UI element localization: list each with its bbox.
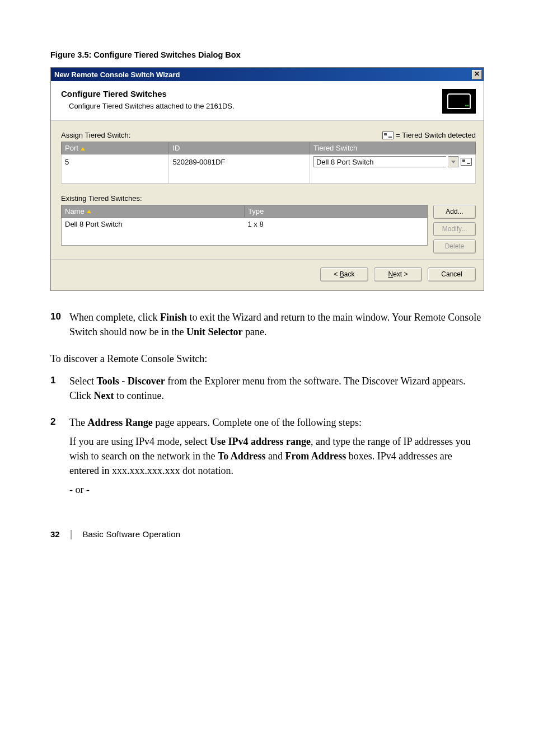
page-footer: 32 | Basic Software Operation bbox=[50, 528, 484, 540]
footer-section-label: Basic Software Operation bbox=[82, 529, 180, 539]
step-number: 10 bbox=[50, 310, 69, 344]
cell-port: 5 bbox=[62, 154, 169, 170]
back-pre: < bbox=[334, 270, 339, 278]
window-title: New Remote Console Switch Wizard bbox=[54, 71, 180, 79]
sort-asc-icon bbox=[81, 147, 85, 151]
back-mnemonic: B bbox=[340, 270, 344, 278]
dialog-header: Configure Tiered Switches Configure Tier… bbox=[51, 81, 484, 121]
cell-name: Dell 8 Port Switch bbox=[62, 217, 245, 245]
tiered-switch-value: Dell 8 Port Switch bbox=[313, 156, 446, 167]
col-port[interactable]: Port bbox=[62, 142, 169, 154]
step-10-text: When complete, click Finish to exit the … bbox=[69, 310, 484, 344]
col-name-label: Name bbox=[65, 207, 85, 215]
footer-separator: | bbox=[70, 528, 73, 540]
assign-label: Assign Tiered Switch: bbox=[61, 131, 130, 139]
col-port-label: Port bbox=[65, 144, 78, 152]
cell-tiered-switch: Dell 8 Port Switch bbox=[310, 154, 475, 170]
add-button[interactable]: Add... bbox=[433, 205, 476, 219]
titlebar: New Remote Console Switch Wizard ✕ bbox=[51, 68, 484, 81]
dialog-footer: < Back Next > Cancel bbox=[51, 259, 484, 290]
legend-text: = Tiered Switch detected bbox=[396, 131, 476, 139]
back-button[interactable]: < Back bbox=[320, 267, 368, 281]
step-number: 1 bbox=[50, 374, 69, 407]
close-button[interactable]: ✕ bbox=[472, 70, 482, 79]
existing-label: Existing Tiered Switches: bbox=[61, 194, 476, 203]
table-empty-area bbox=[62, 169, 476, 184]
delete-button: Delete bbox=[433, 240, 476, 253]
step-2-text: The Address Range page appears. Complete… bbox=[69, 415, 484, 501]
cell-type: 1 x 8 bbox=[245, 217, 428, 245]
col-id[interactable]: ID bbox=[169, 142, 310, 154]
cell-id: 520289-0081DF bbox=[169, 154, 310, 170]
table-row[interactable]: Dell 8 Port Switch 1 x 8 bbox=[62, 217, 428, 245]
back-post: ack bbox=[344, 270, 355, 278]
col-name[interactable]: Name bbox=[62, 205, 245, 217]
figure-caption: Figure 3.5: Configure Tiered Switches Di… bbox=[50, 50, 484, 59]
tiered-switch-detected-icon bbox=[461, 158, 472, 166]
col-type[interactable]: Type bbox=[245, 205, 428, 217]
table-row: 5 520289-0081DF Dell 8 Port Switch bbox=[62, 154, 476, 170]
next-post: ext > bbox=[393, 270, 407, 278]
step-number: 2 bbox=[50, 415, 69, 501]
tiered-switch-dropdown[interactable] bbox=[448, 156, 458, 167]
dialog-heading: Configure Tiered Switches bbox=[61, 89, 235, 98]
existing-table: Name Type Dell 8 Port Switch 1 x 8 bbox=[61, 205, 428, 246]
tiered-switch-icon bbox=[382, 132, 394, 139]
step-1-text: Select Tools - Discover from the Explore… bbox=[69, 374, 484, 407]
next-mnemonic: N bbox=[388, 270, 393, 278]
page-number: 32 bbox=[50, 529, 60, 539]
col-tiered-switch[interactable]: Tiered Switch bbox=[310, 142, 475, 154]
cancel-button[interactable]: Cancel bbox=[428, 267, 476, 281]
modify-button: Modify... bbox=[433, 222, 476, 236]
wizard-dialog: New Remote Console Switch Wizard ✕ Confi… bbox=[50, 67, 484, 291]
wizard-logo-icon bbox=[442, 89, 476, 114]
sort-asc-icon bbox=[87, 210, 91, 213]
next-button[interactable]: Next > bbox=[374, 267, 422, 281]
assign-table: Port ID Tiered Switch 5 520289-0081DF bbox=[61, 142, 476, 184]
intro-paragraph: To discover a Remote Console Switch: bbox=[50, 351, 484, 366]
legend: = Tiered Switch detected bbox=[382, 131, 476, 139]
dialog-subheading: Configure Tiered Switches attached to th… bbox=[69, 102, 235, 110]
